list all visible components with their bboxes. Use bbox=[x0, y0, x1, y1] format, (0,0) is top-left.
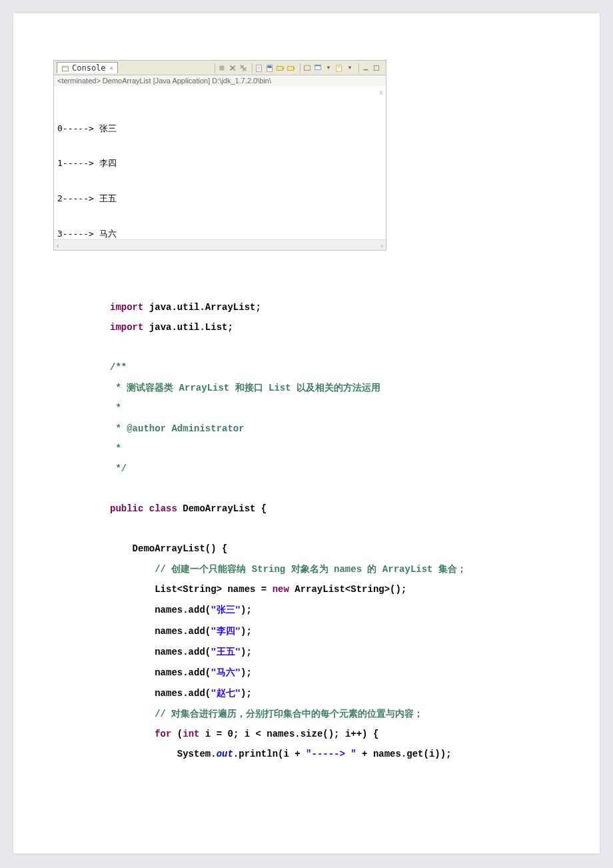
code-line: names.add("张三"); bbox=[110, 599, 560, 620]
dropdown-arrow-icon[interactable]: ▼ bbox=[345, 63, 354, 73]
dropdown-arrow-icon[interactable]: ▼ bbox=[324, 63, 333, 73]
code-line: // 对集合进行遍历，分别打印集合中的每个元素的位置与内容； bbox=[110, 703, 560, 724]
eclipse-console-view: Console ✕ ▼ bbox=[53, 60, 386, 251]
svg-rect-7 bbox=[283, 67, 285, 69]
scroll-right-icon[interactable]: › bbox=[380, 241, 383, 249]
display-selected-icon[interactable] bbox=[313, 63, 322, 73]
console-toolbar: ▼ ▼ bbox=[215, 63, 383, 73]
code-line: names.add("李四"); bbox=[110, 621, 560, 641]
scroll-left-icon[interactable]: ‹ bbox=[57, 241, 59, 249]
scroll-lock-icon[interactable] bbox=[265, 63, 275, 73]
remove-all-icon[interactable] bbox=[239, 63, 248, 73]
svg-rect-8 bbox=[288, 66, 294, 70]
console-icon bbox=[61, 64, 69, 72]
code-line: /** bbox=[110, 357, 560, 377]
code-line: import java.util.List; bbox=[110, 317, 560, 337]
svg-rect-10 bbox=[305, 65, 310, 70]
svg-rect-9 bbox=[294, 67, 295, 69]
svg-rect-6 bbox=[277, 66, 283, 70]
document-page: Console ✕ ▼ bbox=[13, 13, 600, 853]
minimize-icon[interactable] bbox=[361, 63, 370, 73]
code-line: */ bbox=[110, 459, 560, 479]
close-icon[interactable]: ✕ bbox=[110, 65, 113, 71]
code-line: for (int i = 0; i < names.size(); i++) { bbox=[110, 724, 560, 744]
scroll-up-indicator: ∧ bbox=[379, 88, 383, 97]
svg-rect-14 bbox=[374, 65, 379, 70]
console-tab[interactable]: Console ✕ bbox=[57, 62, 118, 73]
maximize-icon[interactable] bbox=[372, 63, 381, 73]
code-line: import java.util.ArrayList; bbox=[110, 297, 560, 317]
terminate-icon[interactable] bbox=[217, 63, 227, 73]
output-line: 1-----> 李四 bbox=[57, 157, 382, 169]
code-line: names.add("赵七"); bbox=[110, 683, 560, 703]
code-line: names.add("马六"); bbox=[110, 662, 560, 683]
code-line: System.out.println(i + "-----> " + names… bbox=[110, 744, 560, 764]
output-line: 0-----> 张三 bbox=[57, 123, 382, 135]
console-tabbar: Console ✕ ▼ bbox=[54, 61, 386, 75]
output-line: 2-----> 王五 bbox=[57, 193, 382, 205]
console-tab-label: Console bbox=[72, 63, 106, 73]
new-console-icon[interactable] bbox=[334, 63, 344, 73]
code-line: DemoArrayList() { bbox=[110, 539, 560, 559]
console-description: <terminated> DemoArrayList [Java Applica… bbox=[54, 75, 386, 86]
code-line: names.add("王五"); bbox=[110, 641, 560, 662]
code-line: // 创建一个只能容纳 String 对象名为 names 的 ArrayLis… bbox=[110, 559, 560, 579]
remove-launch-icon[interactable] bbox=[228, 63, 237, 73]
code-line: * @author Administrator bbox=[110, 419, 560, 439]
output-line: 3-----> 马六 bbox=[57, 228, 382, 239]
clear-console-icon[interactable] bbox=[255, 63, 264, 73]
svg-rect-5 bbox=[268, 65, 272, 68]
code-line: * bbox=[110, 398, 560, 418]
code-line: public class DemoArrayList { bbox=[110, 499, 560, 519]
open-console-icon[interactable] bbox=[303, 63, 312, 73]
horizontal-scrollbar[interactable]: ‹ › bbox=[54, 239, 386, 250]
java-source-code: import java.util.ArrayList; import java.… bbox=[110, 297, 560, 764]
svg-rect-1 bbox=[63, 66, 69, 67]
svg-rect-2 bbox=[220, 65, 225, 70]
console-output: ∧ 0-----> 张三 1-----> 李四 2-----> 王五 3----… bbox=[54, 86, 386, 239]
svg-rect-13 bbox=[364, 69, 368, 70]
show-console-icon[interactable] bbox=[287, 63, 296, 73]
code-line: List<String> names = new ArrayList<Strin… bbox=[110, 579, 560, 599]
code-line: * 测试容器类 ArrayList 和接口 List 以及相关的方法运用 bbox=[110, 377, 560, 398]
code-line: * bbox=[110, 439, 560, 459]
pin-console-icon[interactable] bbox=[276, 63, 285, 73]
